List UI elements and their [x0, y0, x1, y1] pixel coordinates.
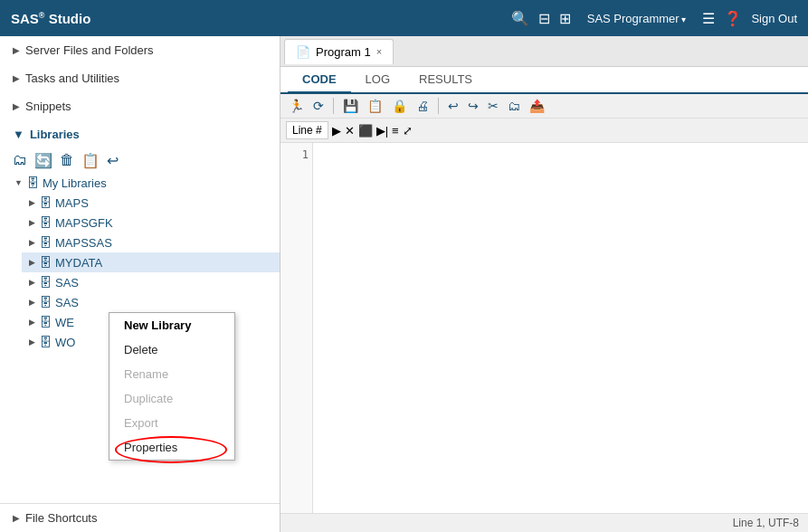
main-layout: ▶ Server Files and Folders ▶ Tasks and U…	[0, 36, 808, 532]
library-icon: 🗄	[39, 255, 52, 270]
tab-code[interactable]: CODE	[288, 67, 351, 94]
tree-root-mylibraries[interactable]: ▼ 🗄 My Libraries	[7, 173, 280, 193]
cut-icon[interactable]: ✂	[485, 97, 501, 115]
collapse-icon: ▶	[29, 198, 35, 207]
properties-icon[interactable]: 📋	[81, 152, 100, 169]
code-toolbar-row1: 🏃 ⟳ 💾 📋 🔒 🖨 ↩ ↪ ✂ 🗂 📤	[280, 94, 808, 119]
save-icon[interactable]: 💾	[340, 97, 361, 115]
sign-out-button[interactable]: Sign Out	[751, 12, 797, 25]
context-menu-properties[interactable]: Properties	[109, 435, 234, 460]
grid-icon[interactable]: ⊞	[559, 10, 571, 27]
program-icon: 📄	[296, 45, 310, 59]
run-icon[interactable]: 🏃	[286, 97, 307, 115]
tree-item-maps[interactable]: ▶ 🗄 MAPS	[22, 193, 280, 213]
new-library-icon[interactable]: 🗂	[13, 152, 27, 169]
arrow-down-icon: ▼	[13, 128, 24, 141]
search-icon[interactable]: 🔍	[511, 10, 529, 27]
arrow-icon: ▶	[13, 513, 20, 523]
tree-item-mapssas[interactable]: ▶ 🗄 MAPSSAS	[22, 233, 280, 252]
sidebar-label: Tasks and Utilities	[25, 71, 119, 85]
context-menu-rename: Rename	[109, 362, 234, 386]
context-menu-delete[interactable]: Delete	[109, 337, 234, 362]
play-icon[interactable]: ▶	[332, 124, 341, 138]
sidebar-item-libraries[interactable]: ▼ Libraries	[0, 120, 280, 148]
sidebar-label: Snippets	[25, 100, 71, 113]
libraries-toolbar: 🗂 🔄 🗑 📋 ↩	[0, 148, 280, 173]
tree-item-sas1[interactable]: ▶ 🗄 SAS	[22, 272, 280, 292]
tree-label: SAS	[55, 296, 79, 309]
navbar-icons: 🔍 ⊟ ⊞ SAS Programmer ☰ ❓ Sign Out	[511, 10, 797, 27]
library-icon: 🗄	[39, 335, 52, 349]
code-content[interactable]	[313, 143, 808, 513]
tree-label: MAPSSAS	[55, 236, 112, 250]
lock-icon[interactable]: 🔒	[389, 97, 410, 115]
help-icon[interactable]: ❓	[724, 10, 742, 27]
context-menu-export: Export	[109, 411, 234, 435]
status-bar: Line 1, UTF-8	[280, 513, 808, 532]
copy-icon[interactable]: 🗂	[505, 97, 523, 115]
sidebar-item-server-files[interactable]: ▶ Server Files and Folders	[0, 36, 280, 64]
tab-bar: 📄 Program 1 ×	[280, 36, 808, 67]
tree-label: WE	[55, 316, 74, 329]
tree-item-sas2[interactable]: ▶ 🗄 SAS	[22, 292, 280, 312]
tree-label: My Libraries	[43, 176, 107, 190]
context-menu-new-library[interactable]: New Library	[109, 313, 234, 337]
context-menu: New Library Delete Rename Duplicate Expo…	[109, 312, 235, 461]
undo-icon[interactable]: ↩	[107, 152, 119, 169]
tab-results[interactable]: RESULTS	[404, 67, 487, 92]
delete-icon[interactable]: 🗑	[60, 152, 74, 169]
redo-icon[interactable]: ↪	[465, 97, 481, 115]
menu-icon[interactable]: ☰	[702, 10, 715, 27]
debug-icon[interactable]: ⬛	[358, 124, 373, 138]
sidebar-label: Server Files and Folders	[25, 43, 154, 57]
separator	[438, 98, 439, 114]
left-panel: ▶ Server Files and Folders ▶ Tasks and U…	[0, 36, 280, 532]
tree-item-mapsgfk[interactable]: ▶ 🗄 MAPSGFK	[22, 213, 280, 233]
undo-icon[interactable]: ↩	[445, 97, 461, 115]
refresh-icon[interactable]: 🔄	[34, 152, 52, 169]
library-icon: 🗄	[39, 215, 52, 230]
user-menu[interactable]: SAS Programmer	[587, 12, 687, 25]
sidebar-item-file-shortcuts[interactable]: ▶ File Shortcuts	[0, 503, 280, 532]
expand-icon: ▼	[14, 178, 23, 187]
sidebar-item-tasks[interactable]: ▶ Tasks and Utilities	[0, 64, 280, 92]
collapse-icon: ▶	[29, 218, 35, 227]
expand-icon[interactable]: ⤢	[403, 124, 413, 138]
library-icon: 🗄	[39, 315, 52, 329]
code-editor-area: 1	[280, 143, 808, 513]
library-icon: 🗄	[39, 235, 52, 250]
print-icon[interactable]: 🖨	[414, 97, 432, 115]
code-toolbar-row2: Line # ▶ ✕ ⬛ ▶| ≡ ⤢	[280, 119, 808, 143]
stop-icon[interactable]: ✕	[345, 124, 355, 138]
tree-label: WO	[55, 336, 75, 349]
library-icon: 🗄	[39, 195, 52, 210]
sidebar-item-snippets[interactable]: ▶ Snippets	[0, 92, 280, 120]
step-icon[interactable]: ▶|	[376, 124, 388, 138]
brand-logo: SAS® Studio	[11, 11, 90, 26]
line-number-toggle[interactable]: Line #	[286, 121, 328, 139]
line-number-1: 1	[284, 148, 309, 161]
save-as-icon[interactable]: 📋	[365, 97, 385, 115]
arrow-icon: ▶	[13, 101, 20, 111]
refresh-icon[interactable]: ⟳	[310, 97, 327, 115]
tab-label: Program 1	[316, 45, 371, 59]
arrow-icon: ▶	[13, 45, 20, 55]
indent-icon[interactable]: ≡	[392, 124, 399, 138]
context-menu-duplicate: Duplicate	[109, 386, 234, 411]
tree-item-mydata[interactable]: ▶ 🗄 MYDATA	[22, 252, 280, 272]
tab-log[interactable]: LOG	[351, 67, 404, 92]
home-icon[interactable]: ⊟	[538, 10, 550, 27]
tab-close-button[interactable]: ×	[376, 46, 382, 57]
paste-icon[interactable]: 📤	[527, 97, 547, 115]
brand-suffix: Studio	[44, 11, 90, 26]
status-text: Line 1, UTF-8	[733, 517, 799, 529]
file-shortcuts-label: File Shortcuts	[25, 511, 97, 525]
tree-label: MAPSGFK	[55, 216, 113, 230]
line-numbers: 1	[280, 143, 313, 513]
library-root-icon: 🗄	[26, 176, 39, 190]
arrow-icon: ▶	[13, 73, 20, 83]
program-1-tab[interactable]: 📄 Program 1 ×	[284, 39, 394, 64]
separator	[333, 98, 334, 114]
navbar: SAS® Studio 🔍 ⊟ ⊞ SAS Programmer ☰ ❓ Sig…	[0, 0, 808, 36]
brand-text: SAS	[11, 11, 39, 26]
